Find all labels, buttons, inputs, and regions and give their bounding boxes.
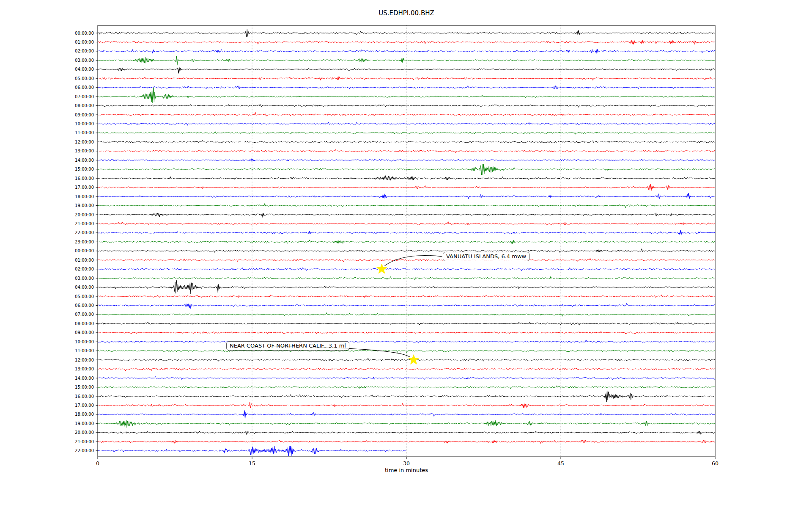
y-tick-label: 18:00:00 — [75, 194, 94, 199]
y-tick-label: 12:00:00 — [75, 358, 94, 362]
y-tick-label: 14:00:00 — [75, 376, 94, 381]
y-tick-label: 05:00:00 — [75, 76, 94, 81]
y-tick-label: 14:00:00 — [75, 158, 94, 163]
y-tick-label: 02:00:00 — [75, 267, 94, 271]
y-tick-label: 10:00:00 — [75, 340, 94, 344]
y-tick-label: 11:00:00 — [75, 130, 94, 135]
y-tick-label: 08:00:00 — [75, 103, 94, 108]
dayplot-figure: US.EDHPI.00.BHZ 00:00:0001:00:0002:00:00… — [0, 0, 812, 508]
y-tick-label: 21:00:00 — [75, 439, 94, 444]
y-tick-label: 16:00:00 — [75, 394, 94, 399]
y-tick-label: 10:00:00 — [75, 121, 94, 126]
event-annotation: VANUATU ISLANDS, 6.4 mww — [443, 252, 529, 261]
y-tick-label: 13:00:00 — [75, 149, 94, 153]
y-tick-label: 11:00:00 — [75, 348, 94, 353]
x-tick-label: 45 — [557, 460, 564, 467]
y-tick-label: 19:00:00 — [75, 421, 94, 426]
y-tick-label: 20:00:00 — [75, 213, 94, 217]
y-tick-label: 05:00:00 — [75, 294, 94, 299]
y-tick-label: 01:00:00 — [75, 258, 94, 262]
y-tick-label: 07:00:00 — [75, 94, 94, 99]
y-tick-label: 06:00:00 — [75, 303, 94, 308]
plot-title: US.EDHPI.00.BHZ — [379, 9, 434, 17]
y-tick-label: 18:00:00 — [75, 412, 94, 417]
y-tick-label: 01:00:00 — [75, 40, 94, 44]
y-tick-label: 17:00:00 — [75, 185, 94, 190]
y-tick-label: 12:00:00 — [75, 140, 94, 144]
y-tick-label: 03:00:00 — [75, 276, 94, 281]
x-tick-label: 15 — [249, 460, 255, 467]
x-axis-title: time in minutes — [385, 467, 428, 473]
y-tick-label: 16:00:00 — [75, 176, 94, 181]
y-tick-label: 03:00:00 — [75, 58, 94, 63]
y-tick-label: 15:00:00 — [75, 167, 94, 171]
y-tick-label: 22:00:00 — [75, 230, 94, 235]
y-tick-label: 00:00:00 — [75, 31, 94, 36]
y-tick-label: 08:00:00 — [75, 321, 94, 326]
event-annotation: NEAR COAST OF NORTHERN CALIF., 3.1 ml — [226, 341, 349, 351]
y-tick-label: 07:00:00 — [75, 312, 94, 317]
y-tick-label: 21:00:00 — [75, 221, 94, 226]
y-tick-label: 00:00:00 — [75, 248, 94, 253]
y-tick-label: 09:00:00 — [75, 330, 94, 335]
y-tick-label: 20:00:00 — [75, 430, 94, 435]
y-tick-label: 04:00:00 — [75, 67, 94, 72]
y-tick-label: 04:00:00 — [75, 285, 94, 290]
y-tick-label: 09:00:00 — [75, 113, 94, 117]
y-tick-label: 19:00:00 — [75, 203, 94, 208]
y-tick-label: 17:00:00 — [75, 403, 94, 408]
y-tick-label: 23:00:00 — [75, 240, 94, 244]
x-tick-label: 30 — [403, 460, 410, 467]
y-tick-label: 06:00:00 — [75, 85, 94, 90]
y-tick-label: 02:00:00 — [75, 49, 94, 53]
y-tick-label: 13:00:00 — [75, 367, 94, 371]
y-tick-label: 22:00:00 — [75, 448, 94, 453]
x-tick-label: 0 — [96, 460, 99, 467]
y-tick-label: 15:00:00 — [75, 385, 94, 389]
figure-background — [0, 0, 812, 508]
seismogram-plot: US.EDHPI.00.BHZ 00:00:0001:00:0002:00:00… — [0, 0, 812, 508]
x-tick-label: 60 — [712, 460, 719, 467]
